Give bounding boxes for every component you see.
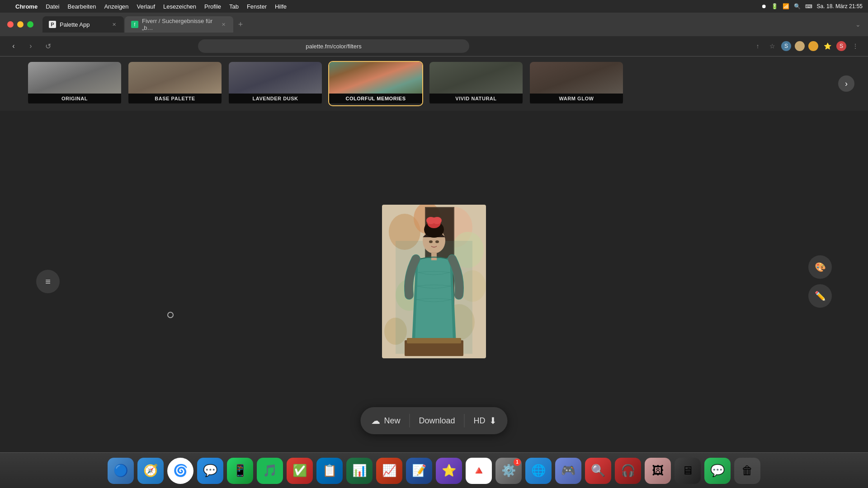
dock-excel[interactable]: 📊 (346, 458, 373, 484)
svg-point-16 (433, 217, 442, 224)
menubar-lesezeichen[interactable]: Lesezeichen (163, 3, 196, 10)
menubar-profile[interactable]: Profile (204, 3, 221, 10)
upload-cloud-icon: ☁ (371, 415, 380, 426)
dock-quickradar[interactable]: 🔍 (585, 458, 611, 484)
menubar-app-name[interactable]: Chrome (15, 3, 38, 10)
browser-actions: ↑ ☆ S ⭐ S ⋮ (752, 41, 861, 52)
back-button[interactable]: ‹ (7, 40, 20, 52)
extension-btn-4[interactable]: ⭐ (822, 41, 833, 52)
dock-spotify[interactable]: 🎵 (257, 458, 283, 484)
filter-card-base[interactable]: BASE PALETTE (127, 61, 222, 106)
dock-trello[interactable]: 📋 (316, 458, 343, 484)
action-divider-1 (409, 414, 410, 427)
dock-browser2[interactable]: 🌐 (525, 458, 552, 484)
tab-palette[interactable]: P Palette App ✕ (42, 16, 124, 33)
filter-label-warm: WARM GLOW (530, 94, 623, 103)
menu-toggle-button[interactable]: ≡ (36, 270, 60, 293)
hd-download-button[interactable]: HD ⬇ (474, 415, 497, 426)
dock-messages[interactable]: 💬 (704, 458, 731, 484)
reload-button[interactable]: ↺ (42, 40, 54, 52)
word-icon: 📝 (412, 464, 426, 478)
dock-safari[interactable]: 🧭 (137, 458, 164, 484)
filter-label-vivid: VIVID NATURAL (429, 94, 523, 103)
dock-systemprefs[interactable]: ⚙️ 1 (495, 458, 522, 484)
hd-button-label: HD (474, 416, 486, 426)
filter-card-colorful[interactable]: COLORFUL MEMORIES (328, 61, 423, 106)
filter-next-button[interactable]: › (838, 75, 854, 92)
filter-card-lavender[interactable]: LAVENDER DUSK (228, 61, 323, 106)
menubar-right: ⏺ 🔋 📶 🔍 ⌨ Sa. 18. März 21:55 (761, 3, 863, 9)
filter-label-lavender: LAVENDER DUSK (229, 94, 322, 103)
color-palette-button[interactable]: 🎨 (808, 255, 832, 279)
filter-preview-original (28, 62, 121, 94)
tab-palette-close[interactable]: ✕ (110, 21, 118, 28)
preview-icon: 🖼 (652, 464, 664, 478)
dock-googledrive[interactable]: 🔺 (466, 458, 492, 484)
dock-todoist[interactable]: ✅ (287, 458, 313, 484)
menubar-bearbeiten[interactable]: Bearbeiten (67, 3, 96, 10)
finder-icon: 🔵 (113, 464, 128, 478)
whatsapp-icon: 📱 (233, 464, 247, 478)
excel-icon: 📊 (352, 464, 367, 478)
spotify-icon: 🎵 (263, 464, 277, 478)
dock-discord[interactable]: 🎮 (555, 458, 581, 484)
download-button[interactable]: Download (419, 416, 455, 426)
zoom-icon: 💬 (203, 464, 217, 478)
svg-rect-21 (407, 338, 461, 343)
edit-button[interactable]: ✏️ (808, 284, 832, 308)
dock-soundsource[interactable]: 🎧 (615, 458, 641, 484)
tabs-bar: P Palette App ✕ f Fiverr / Suchergebniss… (42, 16, 850, 33)
new-tab-button[interactable]: + (234, 18, 247, 31)
tab-fiverr[interactable]: f Fiverr / Suchergebnisse für „b… ✕ (125, 16, 233, 33)
fullscreen-window-button[interactable] (27, 21, 33, 28)
dock-zoom[interactable]: 💬 (197, 458, 223, 484)
traffic-lights (7, 21, 33, 28)
share-button[interactable]: ↑ (752, 41, 763, 52)
svg-point-17 (429, 240, 433, 243)
profile-button[interactable]: S (836, 41, 846, 51)
close-window-button[interactable] (7, 21, 14, 28)
tabs-dropdown-button[interactable]: ⌄ (855, 21, 861, 28)
dock-notchmeister[interactable]: ⭐ (436, 458, 462, 484)
filter-card-vivid[interactable]: VIVID NATURAL (429, 61, 524, 106)
messages-icon: 💬 (710, 464, 725, 478)
dock-chrome[interactable]: 🌀 (167, 458, 193, 484)
dock-word[interactable]: 📝 (406, 458, 432, 484)
dock-preview[interactable]: 🖼 (645, 458, 671, 484)
menubar-verlauf[interactable]: Verlauf (137, 3, 155, 10)
filter-card-original[interactable]: ORIGINAL (27, 61, 122, 106)
menubar-fenster[interactable]: Fenster (247, 3, 267, 10)
address-bar-url: palette.fm/color/filters (204, 43, 463, 50)
minimize-window-button[interactable] (17, 21, 24, 28)
extension-btn-2[interactable] (795, 41, 805, 51)
bookmark-button[interactable]: ☆ (767, 41, 778, 52)
menubar-tab[interactable]: Tab (229, 3, 239, 10)
notchmeister-icon: ⭐ (442, 464, 456, 478)
menubar-anzeigen[interactable]: Anzeigen (104, 3, 128, 10)
browser-titlebar: P Palette App ✕ f Fiverr / Suchergebniss… (0, 13, 868, 36)
menubar-wifi-icon: 📶 (783, 3, 789, 9)
extension-btn-3[interactable] (808, 41, 818, 51)
palette-favicon: P (49, 21, 56, 28)
address-bar[interactable]: palette.fm/color/filters (198, 39, 469, 53)
menubar-search-icon[interactable]: 🔍 (794, 3, 801, 9)
filter-card-warm[interactable]: WARM GLOW (529, 61, 624, 106)
tab-fiverr-close[interactable]: ✕ (220, 21, 227, 28)
dock-screenium[interactable]: 🖥 (675, 458, 701, 484)
forward-button[interactable]: › (24, 40, 37, 52)
address-bar-row: ‹ › ↺ palette.fm/color/filters ↑ ☆ S ⭐ S… (0, 36, 868, 56)
dock-whatsapp[interactable]: 📱 (227, 458, 253, 484)
filter-preview-lavender (229, 62, 322, 94)
fiverr-favicon: f (131, 21, 138, 28)
googledrive-icon: 🔺 (472, 464, 486, 478)
extension-btn-1[interactable]: S (781, 41, 791, 51)
menubar-hilfe[interactable]: Hilfe (275, 3, 287, 10)
dock-trash[interactable]: 🗑 (734, 458, 760, 484)
new-button[interactable]: ☁ New (371, 415, 400, 426)
powerpoint-icon: 📈 (382, 464, 396, 478)
filter-preview-colorful (329, 62, 422, 94)
dock-finder[interactable]: 🔵 (108, 458, 134, 484)
menu-button[interactable]: ⋮ (850, 41, 861, 52)
menubar-datei[interactable]: Datei (46, 3, 59, 10)
dock-powerpoint[interactable]: 📈 (376, 458, 402, 484)
